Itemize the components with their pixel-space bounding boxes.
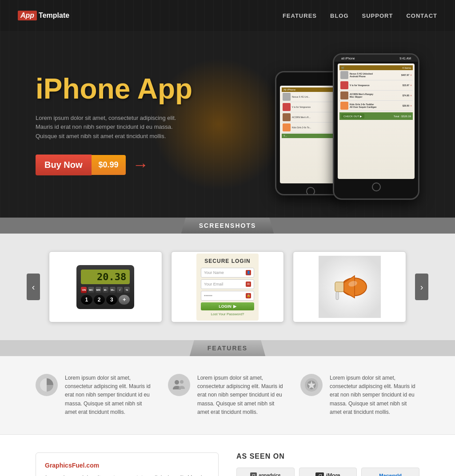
phone-home-button-small <box>306 187 315 195</box>
nav-blog[interactable]: BLOG <box>330 12 349 19</box>
forgot-password-link[interactable]: Lost Your Password? <box>201 312 254 316</box>
login-widget: SECURE LOGIN Your Name 👤 Your Email ✉ ••… <box>196 254 259 321</box>
cart-count-large: 4 Items <box>402 67 411 69</box>
cart-header-large: 🛒 4 Items <box>339 65 413 70</box>
calc-plus[interactable]: + <box>119 295 130 305</box>
logo-appadvice[interactable]: ◻appadvice <box>236 468 295 476</box>
phone-screen-small: All iPhone Nexus S 4G Unl... V is for Ve… <box>280 86 341 183</box>
carousel-prev[interactable]: ‹ <box>27 274 40 300</box>
testimonial-text: Lorem ipsum dolor sit amet, consectetur … <box>45 473 209 476</box>
login-email-placeholder: Your Email <box>204 282 223 286</box>
cart-item-4: Kids Girls 2-6x To... <box>282 123 339 133</box>
phone-carrier: all iPhone <box>341 57 355 60</box>
person-icon: 👤 <box>246 270 251 275</box>
calc-mc-btn[interactable]: MC <box>88 287 94 293</box>
megaphone-icon <box>330 267 370 307</box>
as-seen-grid: ◻appadvice ◻iMore Macworld 148Apps fuset… <box>236 468 419 476</box>
cart-item-lg-3: ACORN Men's RangeyMoc Slipper $74.95 ✕ <box>339 91 413 101</box>
nav-features[interactable]: FEATURES <box>283 12 317 19</box>
feature-item-2: Lorem ipsum dolor sit amet, consectetur … <box>168 374 287 416</box>
cart-checkout-small: T... <box>282 134 339 138</box>
feature-icon-1 <box>36 374 58 396</box>
calc-mr-btn[interactable]: MR <box>96 287 101 293</box>
cart-total: Total : $528.39 <box>394 115 411 118</box>
email-icon: ✉ <box>246 282 251 287</box>
calc-display: 20.38 <box>81 270 130 284</box>
calc-percent-btn[interactable]: % <box>124 287 130 293</box>
buy-now-wrapper: Buy Now $0.99 → <box>36 155 178 175</box>
as-seen-on-section: AS SEEN ON ◻appadvice ◻iMore Macworld 14… <box>236 452 419 476</box>
phone-time: 9:41 AM <box>399 57 411 60</box>
login-email-field[interactable]: Your Email ✉ <box>201 279 254 289</box>
features-tab: FEATURES <box>190 340 265 356</box>
calc-2[interactable]: 2 <box>94 295 105 305</box>
hero-description: Lorem ipsum dolor sit amet, consectetur … <box>36 114 187 141</box>
login-password-field[interactable]: •••••• 🔒 <box>201 291 254 301</box>
calc-mplus-btn[interactable]: M+ <box>110 287 116 293</box>
calc-1[interactable]: 1 <box>81 295 92 305</box>
logo-macworld[interactable]: Macworld <box>361 468 419 476</box>
calc-mminus-btn[interactable]: M- <box>103 287 108 293</box>
hero-content: iPhone App Lorem ipsum dolor sit amet, c… <box>36 73 227 175</box>
testimonial-card: GraphicsFuel.com Lorem ipsum dolor sit a… <box>36 452 219 476</box>
arrow-icon: → <box>133 155 149 174</box>
svg-rect-3 <box>336 292 339 300</box>
feature-icon-3 <box>300 374 323 396</box>
logo: App Template <box>18 11 69 20</box>
feature-text-3: Lorem ipsum dolor sit amet, consectetur … <box>330 374 419 416</box>
feature-icon-2 <box>168 374 190 396</box>
calc-on-btn[interactable]: ON <box>81 287 87 293</box>
as-seen-heading: AS SEEN ON <box>236 452 419 460</box>
megaphone-widget <box>319 256 381 318</box>
screenshots-tab: SCREENSHOTS <box>181 218 274 234</box>
screenshot-megaphone <box>293 251 406 322</box>
calculator-widget: 20.38 ON MC MR M- M+ √ % 1 2 3 + <box>76 265 134 309</box>
screenshots-header: SCREENSHOTS <box>0 218 455 234</box>
login-title: SECURE LOGIN <box>201 258 254 264</box>
logo-template: Template <box>39 12 69 20</box>
calc-3[interactable]: 3 <box>106 295 117 305</box>
hero-title: iPhone App <box>36 73 227 104</box>
lock-icon: 🔒 <box>246 293 251 298</box>
logo-app: App <box>18 11 37 20</box>
buy-now-button[interactable]: Buy Now <box>36 155 92 175</box>
svg-rect-1 <box>335 282 344 292</box>
cart-title-small: All iPhone <box>283 88 295 91</box>
nav-support[interactable]: SUPPORT <box>362 12 393 19</box>
login-name-placeholder: Your Name <box>204 270 224 275</box>
svg-point-5 <box>175 380 179 385</box>
hero-phones: All iPhone Nexus S 4G Unl... V is for Ve… <box>227 53 419 195</box>
cart-icon-large: 🛒 <box>341 66 344 69</box>
buy-price: $0.99 <box>92 155 126 175</box>
feature-text-2: Lorem ipsum dolor sit amet, consectetur … <box>197 374 287 416</box>
feature-text-1: Lorem ipsum dolor sit amet, consectetur … <box>65 374 155 416</box>
login-name-field[interactable]: Your Name 👤 <box>201 268 254 278</box>
cart-header-small: All iPhone <box>282 87 339 92</box>
login-pass-placeholder: •••••• <box>204 294 212 298</box>
logo-imore[interactable]: ◻iMore <box>299 468 357 476</box>
screenshots-section: ‹ 20.38 ON MC MR M- M+ √ % 1 2 3 + SECUR <box>0 234 455 340</box>
phone-home-button-large <box>372 182 381 191</box>
calc-sqrt-btn[interactable]: √ <box>117 287 123 293</box>
feature-item-3: Lorem ipsum dolor sit amet, consectetur … <box>300 374 419 416</box>
phone-screen-large: 🛒 4 Items Nexus S 4G UnlockedAndroid Pho… <box>338 63 415 179</box>
features-grid: Lorem ipsum dolor sit amet, consectetur … <box>36 374 419 416</box>
cart-item-lg-2: V is for Vengeance $15.97 ✕ <box>339 80 413 91</box>
login-button[interactable]: LOGIN ▶ <box>201 302 254 310</box>
main-nav: FEATURES BLOG SUPPORT CONTACT <box>283 12 437 19</box>
social-section: GraphicsFuel.com Lorem ipsum dolor sit a… <box>0 434 455 476</box>
feature-item-1: Lorem ipsum dolor sit amet, consectetur … <box>36 374 155 416</box>
cart-item-2: V is for Vengeance <box>282 102 339 112</box>
testimonial-section: GraphicsFuel.com Lorem ipsum dolor sit a… <box>36 452 219 476</box>
cart-item-1: Nexus S 4G Unl... <box>282 92 339 102</box>
calc-main-buttons: 1 2 3 + <box>81 295 130 305</box>
header: App Template FEATURES BLOG SUPPORT CONTA… <box>0 0 455 31</box>
checkout-button[interactable]: CHECK OUT ▶ <box>341 114 364 119</box>
nav-contact[interactable]: CONTACT <box>406 12 437 19</box>
cart-footer-large: CHECK OUT ▶ Total : $528.39 <box>339 112 413 120</box>
carousel-next[interactable]: › <box>415 274 428 300</box>
hero-section: iPhone App Lorem ipsum dolor sit amet, c… <box>0 31 455 218</box>
testimonial-site[interactable]: GraphicsFuel.com <box>45 462 209 469</box>
screenshot-calculator: 20.38 ON MC MR M- M+ √ % 1 2 3 + <box>49 251 162 322</box>
cart-item-lg-4: Kids Girls 2-6x ToddlerAll Over Sequin C… <box>339 101 413 111</box>
